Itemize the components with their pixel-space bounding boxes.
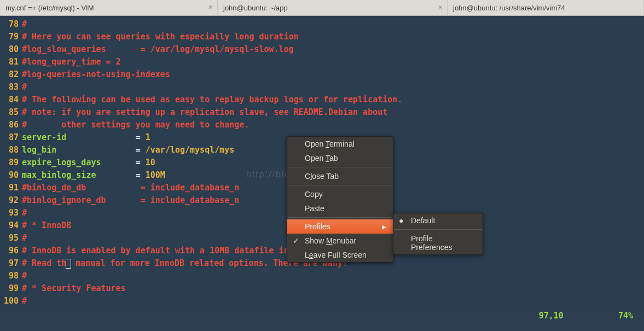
code-line: 100# <box>0 295 644 307</box>
menu-label: Show Menubar <box>305 236 356 245</box>
menu-item-profiles[interactable]: Profiles▶ <box>287 219 393 234</box>
line-number: 91 <box>0 182 22 194</box>
line-number: 87 <box>0 131 22 144</box>
menu-label: Profile Preferences <box>411 234 476 252</box>
tab-label: my.cnf =+ (/etc/mysql) - VIM <box>5 4 94 12</box>
line-number: 79 <box>0 31 22 43</box>
line-number: 89 <box>0 156 22 169</box>
tab-label: john@ubuntu: /usr/share/vim/vim74 <box>453 4 565 12</box>
line-number: 98 <box>0 270 22 282</box>
code-text: # <box>22 18 644 31</box>
menu-label: Open Tab <box>305 154 338 162</box>
code-line: 80#log_slow_queries = /var/log/mysql/mys… <box>0 43 644 56</box>
scroll-percent: 74% <box>618 310 633 322</box>
line-number: 94 <box>0 219 22 232</box>
tab-3[interactable]: john@ubuntu: /usr/share/vim/vim74 <box>448 0 644 15</box>
code-text: # <box>22 295 644 307</box>
profiles-submenu[interactable]: ●DefaultProfile Preferences <box>393 213 483 255</box>
cursor <box>66 259 71 269</box>
tab-1[interactable]: my.cnf =+ (/etc/mysql) - VIM × <box>0 0 218 15</box>
code-text: # note: if you are setting up a replicat… <box>22 106 644 119</box>
tab-label: john@ubuntu: ~/app <box>223 4 288 12</box>
code-line: 81#long_query_time = 2 <box>0 56 644 68</box>
check-icon: ✓ <box>293 236 299 245</box>
code-line: 78# <box>0 18 644 31</box>
line-number: 78 <box>0 18 22 31</box>
submenu-item-default[interactable]: ●Default <box>393 213 483 228</box>
menu-label: Open Terminal <box>305 140 355 148</box>
chevron-right-icon: ▶ <box>382 224 386 230</box>
code-text: #log_slow_queries = /var/log/mysql/mysql… <box>22 43 644 56</box>
line-number: 99 <box>0 282 22 295</box>
submenu-item-profile-preferences[interactable]: Profile Preferences <box>393 231 483 254</box>
code-line: 85# note: if you are setting up a replic… <box>0 106 644 119</box>
line-number: 100 <box>0 295 22 307</box>
menu-label: Leave Full Screen <box>305 251 367 259</box>
tab-bar: my.cnf =+ (/etc/mysql) - VIM × john@ubun… <box>0 0 644 16</box>
code-text: # * Security Features <box>22 282 644 295</box>
code-line: 82#log-queries-not-using-indexes <box>0 68 644 81</box>
code-line: 99# * Security Features <box>0 282 644 295</box>
menu-item-open-tab[interactable]: Open Tab <box>287 151 393 165</box>
context-menu[interactable]: Open TerminalOpen TabClose TabCopyPasteP… <box>287 136 393 263</box>
menu-label: Default <box>411 216 435 225</box>
menu-label: Close Tab <box>305 172 339 181</box>
line-number: 97 <box>0 257 22 270</box>
code-text: # other settings you may need to change. <box>22 119 644 131</box>
line-number: 80 <box>0 43 22 56</box>
line-number: 90 <box>0 169 22 182</box>
line-number: 92 <box>0 194 22 207</box>
code-text: #long_query_time = 2 <box>22 56 644 68</box>
code-line: 83# <box>0 81 644 94</box>
menu-item-paste[interactable]: Paste <box>287 201 393 216</box>
status-bar: 97,10 74% <box>0 310 644 322</box>
menu-separator <box>288 167 392 167</box>
menu-separator <box>288 217 392 218</box>
menu-item-close-tab[interactable]: Close Tab <box>287 169 393 183</box>
line-number: 82 <box>0 68 22 81</box>
code-line: 86# other settings you may need to chang… <box>0 119 644 131</box>
code-text: # The following can be used as easy to r… <box>22 94 644 106</box>
line-number: 84 <box>0 94 22 106</box>
cursor-position: 97,10 <box>539 310 564 322</box>
code-line: 84# The following can be used as easy to… <box>0 94 644 106</box>
menu-item-leave-full-screen[interactable]: Leave Full Screen <box>287 248 393 262</box>
line-number: 88 <box>0 144 22 156</box>
code-text: # <box>22 270 644 282</box>
line-number: 93 <box>0 207 22 219</box>
line-number: 85 <box>0 106 22 119</box>
menu-item-copy[interactable]: Copy <box>287 187 393 201</box>
code-text: #log-queries-not-using-indexes <box>22 68 644 81</box>
menu-separator <box>288 185 392 185</box>
menu-label: Copy <box>305 190 323 199</box>
line-number: 83 <box>0 81 22 94</box>
menu-item-open-terminal[interactable]: Open Terminal <box>287 137 393 151</box>
close-icon[interactable]: × <box>208 3 213 11</box>
line-number: 96 <box>0 245 22 257</box>
code-text: # <box>22 81 644 94</box>
line-number: 81 <box>0 56 22 68</box>
menu-label: Paste <box>305 204 324 213</box>
radio-icon: ● <box>399 216 403 225</box>
menu-label: Profiles <box>305 222 330 231</box>
code-line: 98# <box>0 270 644 282</box>
close-icon[interactable]: × <box>438 3 443 11</box>
code-line: 79# Here you can see queries with especi… <box>0 31 644 43</box>
tab-2[interactable]: john@ubuntu: ~/app × <box>218 0 448 15</box>
menu-separator <box>394 229 482 230</box>
code-text: # Here you can see queries with especial… <box>22 31 644 43</box>
line-number: 86 <box>0 119 22 131</box>
line-number: 95 <box>0 232 22 245</box>
menu-item-show-menubar[interactable]: ✓Show Menubar <box>287 234 393 248</box>
